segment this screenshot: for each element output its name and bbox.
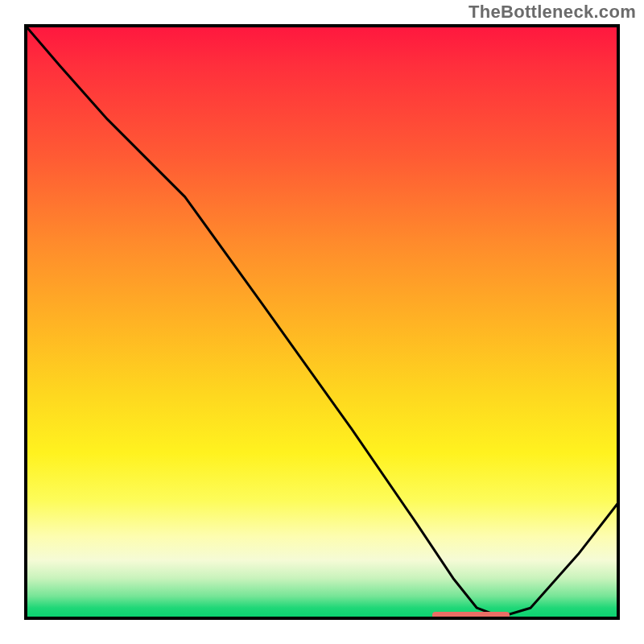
plot-area [24,24,620,620]
plot-frame [24,24,620,620]
plot-frame-rect [26,26,618,618]
chart-stage: TheBottleneck.com [0,0,644,644]
watermark-text: TheBottleneck.com [469,2,636,23]
